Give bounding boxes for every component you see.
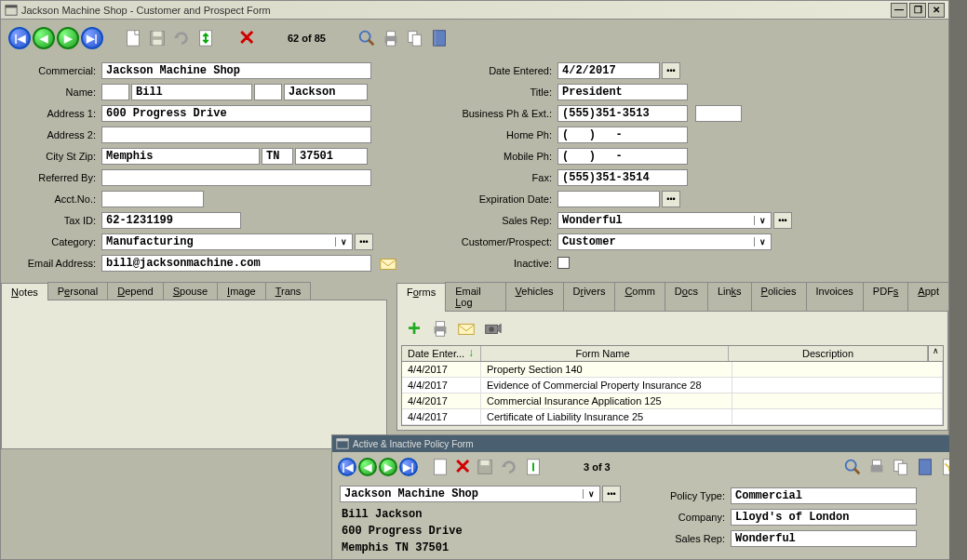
tab-depend[interactable]: Depend bbox=[107, 282, 164, 300]
policy-delete-icon[interactable] bbox=[453, 458, 472, 476]
tab-image[interactable]: Image bbox=[217, 282, 266, 300]
print-form-icon[interactable] bbox=[429, 317, 451, 340]
print-icon[interactable] bbox=[380, 27, 402, 49]
th-date[interactable]: Date Enter... bbox=[402, 346, 481, 361]
company-input[interactable] bbox=[731, 509, 917, 526]
policy-undo-icon[interactable] bbox=[498, 456, 520, 478]
scroll-up-button[interactable]: ∧ bbox=[928, 346, 943, 361]
tab-notes[interactable]: Notes bbox=[1, 283, 48, 300]
policy-refresh-icon[interactable] bbox=[522, 456, 544, 478]
nav-prev-button[interactable]: ◀ bbox=[33, 27, 55, 49]
save-icon[interactable] bbox=[146, 27, 168, 49]
main-titlebar[interactable]: Jackson Machine Shop - Customer and Pros… bbox=[1, 1, 948, 20]
close-button[interactable]: ✕ bbox=[928, 3, 945, 18]
category-dots-button[interactable]: ••• bbox=[355, 233, 373, 250]
hphone-input[interactable] bbox=[557, 127, 688, 143]
minimize-button[interactable]: — bbox=[891, 3, 907, 18]
policy-rep-input[interactable] bbox=[731, 530, 917, 547]
search-icon[interactable] bbox=[356, 27, 378, 49]
mail-form-icon[interactable] bbox=[455, 317, 477, 340]
commercial-input[interactable] bbox=[101, 62, 371, 79]
tab-policies[interactable]: Policies bbox=[751, 282, 807, 311]
bphone-ext-input[interactable] bbox=[695, 105, 742, 122]
email-envelope-icon[interactable] bbox=[377, 252, 399, 274]
policy-save-icon[interactable] bbox=[474, 456, 496, 478]
tab-appt[interactable]: Appt bbox=[907, 282, 949, 311]
inactive-checkbox[interactable] bbox=[557, 257, 570, 269]
table-row[interactable]: 4/4/2017Certificate of Liability Insuran… bbox=[402, 409, 943, 425]
acct-input[interactable] bbox=[101, 191, 204, 207]
policy-nav-first[interactable]: |◀ bbox=[338, 458, 356, 476]
name-middle-input[interactable] bbox=[254, 84, 282, 100]
nav-last-button[interactable]: ▶| bbox=[81, 27, 103, 49]
copy-icon[interactable] bbox=[404, 27, 426, 49]
right-tabs: Forms Email Log Vehicles Drivers Comm Do… bbox=[396, 282, 948, 312]
policy-nav-prev[interactable]: ◀ bbox=[358, 458, 377, 476]
zip-input[interactable] bbox=[295, 148, 368, 165]
notebook-icon[interactable] bbox=[428, 27, 450, 49]
th-form[interactable]: Form Name bbox=[477, 346, 729, 361]
city-input[interactable] bbox=[101, 148, 260, 165]
policy-copy-icon[interactable] bbox=[890, 456, 912, 478]
tab-links[interactable]: Links bbox=[707, 282, 752, 311]
date-dots-button[interactable]: ••• bbox=[662, 62, 680, 79]
name-prefix-input[interactable] bbox=[101, 84, 129, 100]
refresh-icon[interactable] bbox=[195, 27, 217, 49]
policy-new-icon[interactable] bbox=[429, 456, 451, 478]
policy-title: Active & Inactive Policy Form bbox=[353, 439, 962, 449]
cp-select[interactable]: Customer∨ bbox=[557, 233, 772, 250]
tab-invoices[interactable]: Invoices bbox=[806, 282, 864, 311]
th-desc[interactable]: Description bbox=[729, 346, 928, 361]
td-form: Evidence of Commercial Property Insuranc… bbox=[481, 378, 732, 393]
fax-input[interactable] bbox=[557, 169, 688, 186]
new-icon[interactable] bbox=[122, 27, 144, 49]
rep-select[interactable]: Wonderful∨ bbox=[557, 212, 772, 229]
bphone-input[interactable] bbox=[557, 105, 688, 122]
tab-spouse[interactable]: Spouse bbox=[163, 282, 218, 300]
policy-nav-last[interactable]: ▶| bbox=[399, 458, 418, 476]
policy-print-icon[interactable] bbox=[866, 456, 888, 478]
ptype-input[interactable] bbox=[731, 487, 917, 504]
policy-nav-next[interactable]: ▶ bbox=[379, 458, 397, 476]
address1-input[interactable] bbox=[101, 105, 371, 122]
nav-next-button[interactable]: ▶ bbox=[57, 27, 79, 49]
restore-button[interactable]: ❐ bbox=[909, 3, 926, 18]
nav-first-button[interactable]: |◀ bbox=[8, 27, 31, 49]
exp-dots-button[interactable]: ••• bbox=[662, 191, 680, 207]
name-first-input[interactable] bbox=[131, 84, 252, 100]
taxid-input[interactable] bbox=[101, 212, 241, 229]
policy-titlebar[interactable]: Active & Inactive Policy Form bbox=[332, 435, 966, 452]
tab-pdfs[interactable]: PDFs bbox=[863, 282, 909, 311]
rep-dots-button[interactable]: ••• bbox=[773, 212, 792, 229]
email-input[interactable] bbox=[101, 255, 371, 272]
tab-comm[interactable]: Comm bbox=[614, 282, 665, 311]
undo-icon[interactable] bbox=[170, 27, 193, 49]
tab-personal[interactable]: Personal bbox=[47, 282, 108, 300]
date-input[interactable] bbox=[557, 62, 660, 79]
mphone-input[interactable] bbox=[557, 148, 688, 165]
notes-content[interactable] bbox=[1, 300, 387, 449]
add-form-icon[interactable] bbox=[403, 317, 425, 340]
policy-notebook-icon[interactable] bbox=[914, 456, 936, 478]
tab-docs[interactable]: Docs bbox=[665, 282, 708, 311]
delete-icon[interactable] bbox=[235, 27, 258, 49]
state-input[interactable] bbox=[262, 148, 293, 165]
exp-input[interactable] bbox=[557, 191, 660, 207]
camera-form-icon[interactable] bbox=[481, 317, 504, 340]
table-row[interactable]: 4/4/2017Commercial Insurance Application… bbox=[402, 393, 943, 409]
tab-vehicles[interactable]: Vehicles bbox=[505, 282, 564, 311]
table-row[interactable]: 4/4/2017Evidence of Commercial Property … bbox=[402, 378, 943, 393]
referred-input[interactable] bbox=[101, 169, 371, 186]
tab-forms[interactable]: Forms bbox=[396, 283, 446, 312]
policy-search-icon[interactable] bbox=[841, 456, 864, 478]
category-select[interactable]: Manufacturing∨ bbox=[101, 233, 353, 250]
address2-input[interactable] bbox=[101, 127, 371, 143]
tab-trans[interactable]: Trans bbox=[265, 282, 312, 300]
table-row[interactable]: 4/4/2017Property Section 140 bbox=[402, 362, 943, 378]
policy-customer-dots[interactable]: ••• bbox=[602, 486, 621, 502]
tab-drivers[interactable]: Drivers bbox=[563, 282, 616, 311]
name-last-input[interactable] bbox=[284, 84, 368, 100]
title-input[interactable] bbox=[557, 84, 688, 100]
policy-customer-select[interactable]: Jackson Machine Shop∨ bbox=[340, 486, 600, 502]
tab-emaillog[interactable]: Email Log bbox=[445, 282, 505, 311]
